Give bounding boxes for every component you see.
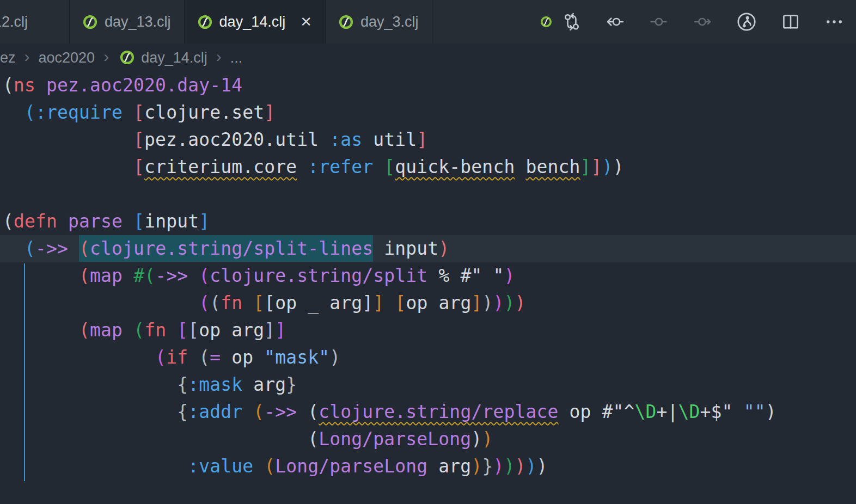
code-token: ) (482, 428, 493, 450)
code-token: [ (177, 319, 188, 341)
code-line[interactable]: (->> (clojure.string/split-lines input) (0, 235, 856, 262)
code-token (3, 129, 133, 150)
code-token: ( (264, 456, 275, 477)
code-token: op (231, 347, 253, 368)
code-line[interactable]: ((fn [[op _ arg]] [op arg])))) (0, 290, 856, 317)
tab-day-12[interactable]: 12.clj (0, 0, 70, 44)
tab-bar: 12.clj day_13.clj day_14.clj ✕ day_3.clj (0, 0, 856, 44)
code-token: ) (536, 456, 547, 477)
load-file-icon[interactable] (606, 12, 625, 32)
code-token (733, 401, 744, 422)
code-token: ] (471, 292, 482, 314)
split-editor-icon[interactable] (781, 12, 800, 32)
code-token: ( (210, 292, 221, 314)
close-tab-icon[interactable]: ✕ (300, 14, 312, 30)
code-token: clojure.set (144, 102, 264, 123)
breadcrumb-item-file[interactable]: day_14.clj (141, 50, 207, 66)
code-token (166, 319, 177, 341)
code-token (242, 292, 253, 314)
code-token (427, 292, 438, 314)
code-token (3, 347, 155, 368)
code-token: [ (264, 292, 275, 314)
tab-day-13[interactable]: day_13.clj (70, 0, 185, 44)
clojure-file-icon (120, 50, 134, 65)
code-token (449, 265, 460, 286)
code-token (3, 319, 79, 341)
git-compare-icon[interactable] (562, 12, 582, 32)
code-token: +$" (700, 401, 733, 422)
code-token: ] (264, 102, 275, 123)
code-token: arg (231, 319, 264, 341)
code-token: arg (438, 292, 471, 314)
code-token: [ (253, 292, 264, 314)
code-token: { (177, 374, 188, 395)
code-token: ) (471, 428, 482, 450)
code-token: ( (3, 75, 14, 96)
code-token (123, 211, 133, 232)
code-token: input (384, 238, 438, 259)
code-line[interactable]: :value (Long/parseLong arg)}))))) (0, 453, 856, 480)
evaluate-icon[interactable] (649, 12, 669, 32)
code-line[interactable]: [criterium.core :refer [quick-bench benc… (0, 153, 856, 181)
code-token (221, 347, 231, 368)
code-line[interactable]: (map (fn [[op arg]] (0, 317, 856, 344)
code-token (319, 292, 329, 314)
code-token: ) (515, 456, 525, 477)
branch-circle-icon[interactable] (736, 11, 757, 32)
code-line[interactable]: {:mask arg} (0, 371, 856, 398)
code-line[interactable]: [pez.aoc2020.util :as util] (0, 126, 856, 153)
code-line[interactable]: (Long/parseLong)) (0, 426, 856, 453)
code-token: op (406, 292, 427, 314)
code-line[interactable]: (map #(->> (clojure.string/split % #" ") (0, 262, 856, 290)
code-line[interactable]: {:addr (->> (clojure.string/replace op #… (0, 398, 856, 426)
code-token (3, 238, 25, 259)
code-line[interactable]: (ns pez.aoc2020.day-14 (0, 72, 856, 99)
code-token (123, 265, 133, 286)
code-token (253, 347, 264, 368)
code-token (123, 319, 133, 341)
code-line[interactable]: (defn parse [input] (0, 208, 856, 235)
code-token: ) (504, 456, 515, 477)
code-token: arg (253, 374, 286, 395)
code-token (373, 156, 384, 177)
code-token: [ (384, 156, 395, 177)
code-token: ( (25, 102, 35, 123)
code-token (558, 401, 569, 422)
code-token (3, 292, 199, 314)
code-token: ] (199, 211, 210, 232)
code-token: ] (591, 156, 602, 177)
code-token: _ (308, 292, 319, 314)
chevron-right-icon: › (103, 47, 109, 66)
code-token: = (210, 347, 221, 368)
breadcrumb-item-aoc2020[interactable]: aoc2020 (39, 50, 95, 66)
code-token: if (166, 347, 188, 368)
code-token: [ (133, 129, 144, 150)
clojure-file-icon (83, 15, 97, 29)
tab-day-3[interactable]: day_3.clj (326, 0, 432, 44)
more-actions-icon[interactable] (824, 12, 844, 32)
code-line[interactable] (0, 181, 856, 208)
code-token: { (177, 401, 188, 422)
code-token: [ (133, 156, 144, 177)
code-editor[interactable]: (ns pez.aoc2020.day-14 (:require [clojur… (0, 72, 856, 504)
code-token: ns (14, 75, 35, 96)
code-token (123, 102, 133, 123)
step-forward-icon[interactable] (693, 12, 712, 32)
code-line[interactable]: (:require [clojure.set] (0, 99, 856, 126)
repl-status-icon[interactable] (540, 11, 552, 32)
breadcrumb-item-symbol[interactable]: ... (230, 50, 243, 66)
breadcrumb-item-folder[interactable]: ez (0, 50, 16, 66)
code-token: ( (79, 265, 90, 286)
code-token: ( (3, 211, 14, 232)
code-token: "" (744, 401, 766, 422)
code-token: pez.aoc2020.util (144, 129, 319, 150)
code-token: parse (68, 211, 123, 232)
code-token: fn (144, 319, 166, 341)
code-token: ( (133, 319, 144, 341)
code-line[interactable]: (if (= op "mask") (0, 344, 856, 371)
code-token: "mask" (264, 347, 329, 368)
code-token (297, 156, 308, 177)
code-token: # (133, 265, 144, 286)
breadcrumb: ez › aoc2020 › day_14.clj › ... (0, 44, 856, 72)
tab-day-14-active[interactable]: day_14.clj ✕ (185, 0, 326, 44)
